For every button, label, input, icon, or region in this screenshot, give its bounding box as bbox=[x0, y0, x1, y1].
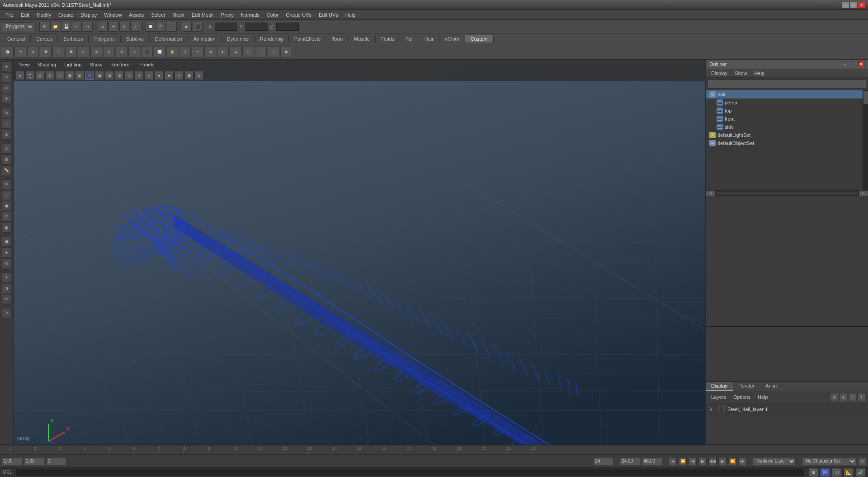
outliner-item-top[interactable]: 📷 top bbox=[706, 107, 863, 115]
x-input[interactable] bbox=[215, 23, 237, 31]
vp-btn-14[interactable]: ● bbox=[155, 71, 164, 80]
left-tool-paint[interactable]: ✎ bbox=[2, 72, 12, 82]
outliner-maximize-btn[interactable]: □ bbox=[850, 61, 856, 67]
vp-btn-9[interactable]: ⊞ bbox=[105, 71, 114, 80]
toolbar-btn-5[interactable]: ↪ bbox=[83, 22, 93, 32]
layer-btn-4[interactable]: ✦ bbox=[857, 393, 865, 401]
menu-color[interactable]: Color bbox=[263, 11, 282, 19]
left-tool-19[interactable]: ◑ bbox=[2, 283, 12, 293]
outliner-item-objectset[interactable]: ⊞ defaultObjectSet bbox=[706, 139, 863, 147]
toolbar-btn-render2[interactable]: ⬛ bbox=[193, 22, 203, 32]
shelf-icon-star[interactable]: ★ bbox=[14, 46, 26, 58]
menu-assets[interactable]: Assets bbox=[125, 11, 147, 19]
left-tool-12[interactable]: ⬢ bbox=[2, 201, 12, 211]
taskbar-btn-3[interactable]: ⬡ bbox=[832, 468, 842, 477]
vp-btn-4[interactable]: ⊟ bbox=[45, 71, 54, 80]
tl-playback-start[interactable]: 24.00 bbox=[620, 457, 640, 465]
tl-btn-prev-key[interactable]: ⏪ bbox=[679, 457, 687, 465]
outliner-search[interactable] bbox=[708, 80, 866, 89]
shelf-tab-fur[interactable]: Fur bbox=[400, 35, 419, 42]
left-tool-21[interactable]: ↗ bbox=[2, 308, 12, 318]
outliner-hscrollbar[interactable]: ◁ ▷ bbox=[706, 190, 868, 196]
shelf-icon-16[interactable]: ✦ bbox=[192, 46, 203, 58]
outliner-item-nail[interactable]: ⬡ nail bbox=[706, 90, 863, 98]
tl-character-set[interactable]: No Character Set bbox=[802, 457, 856, 465]
shelf-icon-lock[interactable]: 🔒 bbox=[166, 46, 178, 58]
layer-btn-new[interactable]: ⊕ bbox=[830, 393, 838, 401]
menu-normals[interactable]: Normals bbox=[237, 11, 263, 19]
vp-btn-2[interactable]: 📷 bbox=[25, 71, 34, 80]
outliner-close-btn[interactable]: ✕ bbox=[858, 61, 864, 67]
shelf-icon-21[interactable]: ⬦ bbox=[255, 46, 267, 58]
close-button[interactable]: ✕ bbox=[858, 2, 865, 8]
toolbar-btn-rotate[interactable]: ↻ bbox=[119, 22, 129, 32]
shelf-tab-deformation[interactable]: Deformation bbox=[150, 35, 188, 42]
vp-btn-11[interactable]: ◎ bbox=[125, 71, 134, 80]
left-tool-scale[interactable]: ⤢ bbox=[2, 119, 12, 129]
taskbar-btn-4[interactable]: 📐 bbox=[844, 468, 854, 477]
toolbar-btn-select[interactable]: ◈ bbox=[98, 22, 108, 32]
shelf-icon-3[interactable]: ◈ bbox=[27, 46, 39, 58]
menu-select[interactable]: Select bbox=[147, 11, 169, 19]
mel-input[interactable] bbox=[16, 469, 805, 476]
shelf-icon-5[interactable]: ⬡ bbox=[52, 46, 64, 58]
tl-btn-play-back[interactable]: ◀◀ bbox=[708, 457, 717, 465]
left-tool-soft[interactable]: ◎ bbox=[2, 144, 12, 154]
left-tool-17[interactable]: ⚙ bbox=[2, 258, 12, 268]
z-input[interactable] bbox=[276, 23, 299, 31]
vp-btn-wireframe[interactable]: ◻ bbox=[85, 71, 94, 80]
y-input[interactable] bbox=[245, 23, 268, 31]
timeline-ruler[interactable]: 12345678910111213141516171819202122 bbox=[0, 445, 868, 455]
tl-anim-layer[interactable]: No Anim Layer bbox=[753, 457, 796, 465]
shelf-icon-22[interactable]: ◻ bbox=[268, 46, 279, 58]
shelf-icon-18[interactable]: ◐ bbox=[217, 46, 229, 58]
left-tool-14[interactable]: ▣ bbox=[2, 223, 12, 233]
tl-btn-settings[interactable]: ⚙ bbox=[858, 457, 866, 465]
shelf-icon-7[interactable]: ▷ bbox=[78, 46, 90, 58]
outliner-item-lightset[interactable]: ☀ defaultLightSet bbox=[706, 131, 863, 139]
maximize-button[interactable]: □ bbox=[850, 2, 857, 8]
shelf-icon-9[interactable]: ⊞ bbox=[103, 46, 115, 58]
vp-menu-show[interactable]: Show bbox=[86, 61, 106, 68]
tl-end-frame[interactable]: 24 bbox=[593, 457, 613, 465]
polygons-dropdown[interactable]: Polygons bbox=[2, 22, 34, 31]
vp-menu-view[interactable]: View bbox=[15, 61, 33, 68]
menu-proxy[interactable]: Proxy bbox=[217, 11, 237, 19]
left-tool-13[interactable]: ⊟ bbox=[2, 212, 12, 222]
tl-start-frame[interactable]: 1 bbox=[46, 457, 66, 465]
menu-display[interactable]: Display bbox=[77, 11, 100, 19]
menu-mesh[interactable]: Mesh bbox=[169, 11, 188, 19]
left-tool-universal[interactable]: ⊕ bbox=[2, 130, 12, 140]
shelf-tab-hair[interactable]: Hair bbox=[419, 35, 439, 42]
shelf-icon-23[interactable]: ◼ bbox=[280, 46, 292, 58]
layer-color-swatch[interactable] bbox=[718, 406, 725, 412]
viewport[interactable]: View Shading Lighting Show Renderer Pane… bbox=[14, 60, 705, 444]
outliner-minimize-btn[interactable]: ─ bbox=[842, 61, 848, 67]
shelf-tab-fluids[interactable]: Fluids bbox=[376, 35, 400, 42]
toolbar-btn-scale[interactable]: ⤢ bbox=[130, 22, 140, 32]
vp-btn-17[interactable]: ⬟ bbox=[184, 71, 193, 80]
shelf-tab-animation[interactable]: Animation bbox=[188, 35, 222, 42]
shelf-tab-ncloth[interactable]: nCloth bbox=[439, 35, 465, 42]
outliner-item-front[interactable]: 📷 front bbox=[706, 115, 863, 123]
menu-create[interactable]: Create bbox=[55, 11, 77, 19]
shelf-icon-12[interactable]: ⬛ bbox=[141, 46, 153, 58]
shelf-tab-subdivs[interactable]: Subdivs bbox=[121, 35, 150, 42]
toolbar-btn-snap1[interactable]: 🔲 bbox=[145, 22, 155, 32]
tl-btn-prev-frame[interactable]: ◀ bbox=[689, 457, 697, 465]
shelf-tab-painteffects[interactable]: PaintEffects bbox=[289, 35, 327, 42]
left-tool-snap[interactable]: ⊞ bbox=[2, 154, 12, 164]
outliner-item-persp[interactable]: 📷 persp bbox=[706, 98, 863, 107]
toolbar-btn-3[interactable]: 💾 bbox=[61, 22, 71, 32]
toolbar-btn-1[interactable]: ⚙ bbox=[39, 22, 49, 32]
left-tool-16[interactable]: ◈ bbox=[2, 248, 12, 257]
layer-tab-display[interactable]: Display bbox=[706, 382, 733, 391]
menu-create-uvs[interactable]: Create UVs bbox=[282, 11, 315, 19]
left-tool-11[interactable]: ⬡ bbox=[2, 190, 12, 200]
shelf-icon-8[interactable]: ⊕ bbox=[90, 46, 102, 58]
menu-edit[interactable]: Edit bbox=[17, 11, 33, 19]
layer-btn-3[interactable]: ⬡ bbox=[848, 393, 856, 401]
shelf-tab-general[interactable]: General bbox=[2, 35, 31, 42]
menu-edit-mesh[interactable]: Edit Mesh bbox=[188, 11, 217, 19]
shelf-icon-cursor[interactable]: ↖ bbox=[242, 46, 254, 58]
